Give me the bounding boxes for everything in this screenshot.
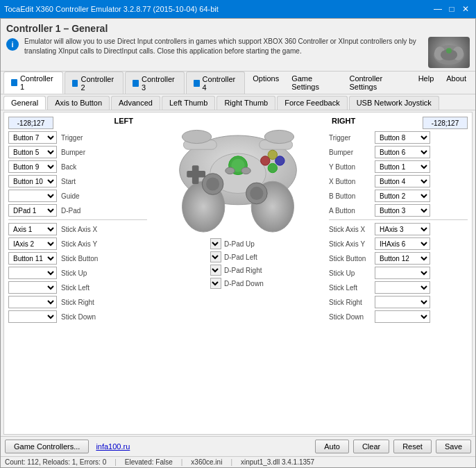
right-bumper-select[interactable]: Button 6 — [375, 146, 430, 158]
center-column: D-Pad Up D-Pad Left D-Pad Right D-Pad Do… — [150, 117, 326, 430]
menu-controller4[interactable]: Controller 4 — [186, 72, 246, 94]
left-stick-down-row: Stick Down — [8, 310, 147, 323]
right-stick-down-select[interactable] — [375, 310, 430, 323]
save-button[interactable]: Save — [436, 440, 471, 453]
left-stick-down-label: Stick Down — [60, 313, 147, 321]
status-elevated: Elevated: False — [125, 458, 173, 466]
menu-controller2[interactable]: Controller 2 — [65, 72, 124, 94]
left-stick-right-select[interactable] — [8, 296, 57, 308]
right-stick-left-label: Stick Left — [329, 284, 372, 292]
svg-point-21 — [268, 163, 277, 172]
reset-button[interactable]: Reset — [393, 440, 432, 453]
svg-point-26 — [241, 167, 250, 174]
right-range-input[interactable] — [423, 117, 468, 129]
right-trigger-select[interactable]: Button 8 — [375, 131, 430, 144]
maximize-button[interactable]: □ — [445, 3, 458, 15]
left-stick-up-label: Stick Up — [60, 269, 147, 277]
dpad-left-select[interactable] — [210, 251, 221, 262]
menu-about[interactable]: About — [440, 72, 473, 94]
right-y-select[interactable]: Button 1 — [375, 160, 430, 173]
left-guide-select[interactable] — [8, 190, 57, 202]
dpad-down-select[interactable] — [210, 278, 221, 289]
tab-axis-to-button[interactable]: Axis to Button — [47, 96, 110, 110]
minimize-button[interactable]: — — [432, 3, 444, 15]
tab-force-feedback[interactable]: Force Feedback — [277, 96, 347, 110]
dpad-up-select[interactable] — [210, 238, 221, 249]
right-b-label: B Button — [329, 192, 372, 200]
dpad-left-row: D-Pad Left — [210, 251, 266, 262]
dpad-down-row: D-Pad Down — [210, 278, 266, 289]
menu-help[interactable]: Help — [412, 72, 441, 94]
left-stick-left-select[interactable] — [8, 281, 57, 294]
left-trigger-select[interactable]: Button 7 — [8, 131, 57, 144]
right-column: RIGHT Trigger Button 8 Bumper Button 6 Y… — [329, 117, 468, 430]
right-stick-button-select[interactable]: Button 12 — [375, 252, 430, 265]
svg-point-16 — [206, 177, 219, 190]
left-guide-label: Guide — [60, 192, 147, 200]
right-x-select[interactable]: Button 4 — [375, 175, 430, 187]
right-stick-up-select[interactable] — [375, 267, 430, 279]
close-button[interactable]: ✕ — [459, 3, 472, 15]
tab-advanced[interactable]: Advanced — [111, 96, 160, 110]
svg-point-25 — [226, 167, 235, 174]
left-column: LEFT Button 7 Trigger Button 5 Bumper Bu… — [8, 117, 147, 430]
tab-general[interactable]: General — [3, 96, 46, 110]
left-back-select[interactable]: Button 9 — [8, 160, 57, 173]
controller4-icon — [194, 80, 200, 87]
status-dll1: x360ce.ini — [191, 458, 222, 466]
left-start-label: Start — [60, 178, 147, 185]
right-x-row: X Button Button 4 — [329, 175, 468, 187]
left-dpad-select[interactable]: DPad 1 — [8, 204, 57, 217]
controller-image — [158, 119, 318, 234]
left-stick-up-select[interactable] — [8, 267, 57, 279]
left-bumper-select[interactable]: Button 5 — [8, 146, 57, 158]
left-stick-axis-x-label: Stick Axis X — [60, 226, 147, 233]
right-stick-axis-x-label: Stick Axis X — [329, 226, 372, 233]
window-title: TocaEdit X360 Controller Emulator 3.2.8.… — [4, 5, 219, 13]
right-stick-button-label: Stick Button — [329, 255, 372, 262]
right-stick-right-row: Stick Right — [329, 296, 468, 308]
left-trigger-label: Trigger — [60, 134, 147, 142]
status-count: Count: 112, Reloads: 1, Errors: 0 — [5, 458, 106, 466]
left-stick-axis-y-label: Stick Axis Y — [60, 240, 147, 248]
clear-button[interactable]: Clear — [353, 440, 389, 453]
menu-game-settings[interactable]: Game Settings — [285, 72, 343, 94]
infa100-link[interactable]: infa100.ru — [96, 442, 130, 451]
tab-left-thumb[interactable]: Left Thumb — [162, 96, 215, 110]
left-stick-axis-x-row: Axis 1 Stick Axis X — [8, 223, 147, 235]
right-bumper-row: Bumper Button 6 — [329, 146, 468, 158]
right-stick-axis-y-select[interactable]: IHAxis 6 — [375, 237, 430, 250]
left-stick-axis-x-select[interactable]: Axis 1 — [8, 223, 57, 235]
dpad-right-select[interactable] — [210, 265, 221, 276]
right-b-select[interactable]: Button 2 — [375, 190, 430, 202]
menu-controller3[interactable]: Controller 3 — [125, 72, 185, 94]
left-stick-down-select[interactable] — [8, 310, 57, 323]
controller-logo-image — [428, 37, 470, 68]
right-stick-right-select[interactable] — [375, 296, 430, 308]
auto-button[interactable]: Auto — [315, 440, 349, 453]
right-stick-left-select[interactable] — [375, 281, 430, 294]
right-header-label: RIGHT — [329, 117, 355, 129]
left-start-select[interactable]: Button 10 — [8, 175, 57, 187]
game-controllers-button[interactable]: Game Controllers... — [5, 440, 89, 453]
tab-right-thumb[interactable]: Right Thumb — [216, 96, 275, 110]
right-x-label: X Button — [329, 178, 372, 185]
left-guide-row: Guide — [8, 190, 147, 202]
left-start-row: Button 10 Start — [8, 175, 147, 187]
left-range-input[interactable] — [8, 117, 53, 129]
left-stick-axis-y-select[interactable]: IAxis 2 — [8, 237, 57, 250]
menu-controller1[interactable]: Controller 1 — [3, 72, 63, 94]
tab-usb-network[interactable]: USB Network Joystick — [349, 96, 439, 110]
dpad-up-row: D-Pad Up — [210, 238, 266, 249]
left-stick-axis-y-row: IAxis 2 Stick Axis Y — [8, 237, 147, 250]
columns-layout: LEFT Button 7 Trigger Button 5 Bumper Bu… — [8, 117, 468, 430]
right-stick-axis-x-select[interactable]: HAxis 3 — [375, 223, 430, 235]
left-dpad-row: DPad 1 D-Pad — [8, 204, 147, 217]
left-stick-button-select[interactable]: Button 11 — [8, 252, 57, 265]
right-a-select[interactable]: Button 3 — [375, 204, 430, 217]
info-icon: i — [6, 38, 19, 51]
left-divider1 — [8, 219, 147, 220]
menu-options[interactable]: Options — [246, 72, 285, 94]
menu-controller-settings[interactable]: Controller Settings — [343, 72, 411, 94]
dpad-up-label: D-Pad Up — [224, 240, 266, 248]
